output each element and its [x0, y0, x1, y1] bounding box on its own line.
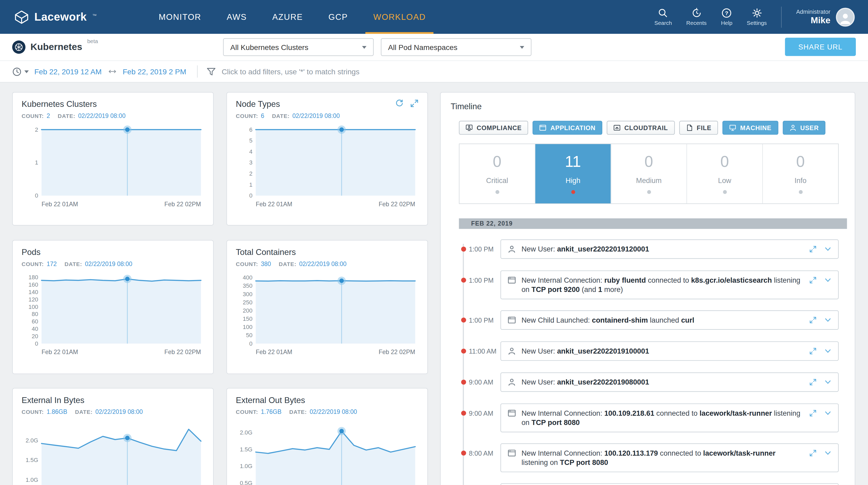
line-chart[interactable]: 180160140120100806040200Feb 22 01AMFeb 2…: [22, 269, 205, 358]
date-value[interactable]: 02/22/2019 08:00: [95, 408, 143, 415]
svg-text:Feb 22 02PM: Feb 22 02PM: [378, 348, 415, 355]
clock-icon[interactable]: [12, 67, 22, 77]
svg-text:180: 180: [29, 274, 38, 281]
nav-item-workload[interactable]: WORKLOAD: [373, 0, 426, 34]
date-range-start[interactable]: Feb 22, 2019 12 AM: [34, 67, 102, 76]
nav-item-gcp[interactable]: GCP: [328, 0, 348, 34]
chevron-down-icon[interactable]: [824, 277, 831, 284]
nav-tool-label: Help: [721, 20, 732, 26]
event-severity-dot: [461, 451, 466, 456]
date-label: DATE:: [58, 113, 75, 119]
chevron-down-icon[interactable]: [824, 378, 831, 386]
user-icon: [508, 377, 516, 387]
card-total-containers: Total Containers COUNT: 380 DATE: 02/22/…: [226, 240, 428, 374]
event-card[interactable]: New User: ankit_user22022019100001: [501, 341, 839, 361]
nav-item-monitor[interactable]: MONITOR: [159, 0, 201, 34]
date-value[interactable]: 02/22/2019 08:00: [292, 112, 340, 119]
filter-button-file[interactable]: FILE: [679, 121, 718, 135]
date-value[interactable]: 02/22/2019 08:00: [299, 260, 346, 267]
namespaces-dropdown[interactable]: All Pod Namespaces: [381, 38, 531, 56]
line-chart[interactable]: 210Feb 22 01AMFeb 22 02PM: [22, 121, 205, 210]
count-value[interactable]: 172: [46, 260, 57, 267]
open-event-icon[interactable]: [809, 317, 816, 324]
chevron-down-icon[interactable]: [824, 450, 831, 457]
clusters-dropdown[interactable]: All Kubernetes Clusters: [223, 38, 374, 56]
severity-cell-medium[interactable]: 0 Medium: [611, 144, 687, 203]
date-value[interactable]: 02/22/2019 08:00: [85, 260, 132, 267]
chevron-down-icon[interactable]: [824, 347, 831, 354]
svg-text:6: 6: [249, 126, 252, 133]
avatar[interactable]: [836, 7, 855, 26]
nav-tool-search[interactable]: Search: [654, 8, 672, 26]
event-text: New Child Launched: containerd-shim laun…: [521, 315, 804, 325]
user-menu[interactable]: Administrator Mike: [796, 7, 855, 26]
filter-input[interactable]: Click to add filters, use '*' to match s…: [222, 67, 360, 76]
event-time: 1:00 PM: [469, 277, 494, 284]
severity-cell-critical[interactable]: 0 Critical: [459, 144, 535, 203]
severity-cell-low[interactable]: 0 Low: [687, 144, 763, 203]
event-card[interactable]: New Internal Connection: 100.109.218.61 …: [501, 404, 839, 432]
filter-button-cloudtrail[interactable]: CLOUDTRAIL: [607, 121, 674, 135]
brand[interactable]: Lacework ™: [14, 10, 97, 24]
event-time: 8:00 AM: [469, 450, 493, 457]
event-card[interactable]: New User: ankit_user22022019080001: [501, 372, 839, 392]
expand-icon[interactable]: [410, 99, 418, 107]
line-chart[interactable]: 2.0G1.5G1.0GFeb 22 01AMFeb 22 02PM: [22, 417, 205, 485]
nav-item-aws[interactable]: AWS: [227, 0, 247, 34]
count-value[interactable]: 1.76GB: [261, 408, 281, 415]
event-text: New Internal Connection: 100.109.218.61 …: [521, 408, 804, 427]
svg-text:350: 350: [243, 282, 252, 289]
open-event-icon[interactable]: [809, 277, 816, 284]
event-card[interactable]: New User: ankit_user22022019060001: [501, 483, 839, 485]
timeline-event-row: 11:00 AM New User: ankit_user22022019100…: [451, 341, 845, 361]
filter-button-compliance[interactable]: COMPLIANCE: [459, 121, 528, 135]
open-event-icon[interactable]: [809, 347, 816, 354]
svg-text:2: 2: [249, 170, 252, 177]
nav-tool-help[interactable]: ?Help: [721, 8, 732, 26]
user-icon: [508, 346, 516, 355]
count-value[interactable]: 6: [261, 112, 264, 119]
chevron-down-icon[interactable]: [24, 70, 29, 73]
event-card[interactable]: New Internal Connection: ruby fluentd co…: [501, 270, 839, 299]
date-value[interactable]: 02/22/2019 08:00: [78, 112, 125, 119]
chevron-down-icon[interactable]: [824, 410, 831, 417]
open-event-icon[interactable]: [809, 450, 816, 457]
svg-text:Feb 22 02PM: Feb 22 02PM: [378, 201, 415, 208]
chevron-down-icon: [362, 46, 367, 48]
svg-text:0: 0: [35, 340, 38, 347]
filter-button-machine[interactable]: MACHINE: [722, 121, 778, 135]
svg-text:250: 250: [243, 299, 252, 306]
date-range-end[interactable]: Feb 22, 2019 2 PM: [123, 67, 186, 76]
event-card[interactable]: New Child Launched: containerd-shim laun…: [501, 311, 839, 330]
application-icon: [508, 448, 516, 457]
event-card[interactable]: New User: ankit_user22022019120001: [501, 239, 839, 259]
line-chart[interactable]: 6543210Feb 22 01AMFeb 22 02PM: [236, 121, 419, 210]
svg-text:1: 1: [35, 159, 38, 166]
nav-item-azure[interactable]: AZURE: [272, 0, 303, 34]
date-value[interactable]: 02/22/2019 08:00: [310, 408, 357, 415]
filter-button-user[interactable]: USER: [782, 121, 826, 135]
severity-cell-info[interactable]: 0 Info: [763, 144, 838, 203]
line-chart[interactable]: 400350300250200150100500Feb 22 01AMFeb 2…: [236, 269, 419, 358]
chevron-down-icon[interactable]: [824, 317, 831, 324]
severity-cell-high[interactable]: 11 High: [535, 144, 611, 203]
count-value[interactable]: 1.86GB: [46, 408, 67, 415]
nav-tool-settings[interactable]: Settings: [747, 8, 767, 26]
count-value[interactable]: 2: [46, 112, 50, 119]
settings-icon: [751, 8, 762, 18]
file-icon: [686, 124, 693, 131]
filter-button-application[interactable]: APPLICATION: [533, 121, 602, 135]
open-event-icon[interactable]: [809, 378, 816, 386]
timeline-event-row: 1:00 PM New Internal Connection: ruby fl…: [451, 270, 845, 299]
chevron-down-icon[interactable]: [824, 246, 831, 253]
line-chart[interactable]: 2.0G1.5G1.0G0.5GFeb 22 01AMFeb 22 02PM: [236, 417, 419, 485]
event-card[interactable]: New Internal Connection: 100.120.113.179…: [501, 444, 839, 472]
count-value[interactable]: 380: [261, 260, 271, 267]
open-event-icon[interactable]: [809, 246, 816, 253]
refresh-icon[interactable]: [395, 99, 403, 107]
event-text: New Internal Connection: ruby fluentd co…: [521, 276, 804, 294]
open-event-icon[interactable]: [809, 410, 816, 417]
nav-tool-recents[interactable]: Recents: [686, 8, 707, 26]
card-title: External Out Bytes: [236, 395, 305, 405]
share-url-button[interactable]: SHARE URL: [785, 38, 856, 56]
